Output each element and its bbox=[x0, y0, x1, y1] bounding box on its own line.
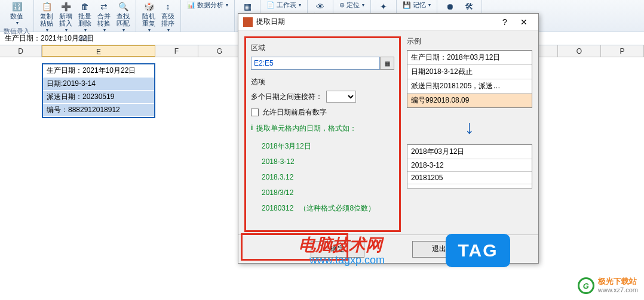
info-text: 提取单元格内的日期，格式如： bbox=[256, 123, 357, 134]
sheet-icon: 📄 bbox=[266, 1, 275, 9]
chevron-down-icon: ▾ bbox=[46, 27, 48, 33]
example-row: 派送日期20181205，派送… bbox=[407, 79, 532, 94]
example-row bbox=[407, 184, 532, 188]
cell-e3[interactable]: 日期:2019-3-14 bbox=[43, 78, 154, 91]
options-label: 选项 bbox=[251, 77, 394, 87]
format-note: （这种格式必须8位数） bbox=[299, 204, 375, 212]
sort-icon: ↕ bbox=[162, 1, 173, 12]
merge-convert-button[interactable]: ⇄合并转换▾ bbox=[95, 0, 113, 34]
chevron-down-icon: ▾ bbox=[362, 2, 364, 8]
formula-bar-text: 生产日期：2021年10月22日 bbox=[5, 33, 94, 44]
find-match-button[interactable]: 🔍查找匹配▾ bbox=[114, 0, 132, 34]
copy-paste-button[interactable]: 📋复制粘贴▾ bbox=[38, 0, 56, 34]
worksheet-button[interactable]: 📄工作表▾ bbox=[264, 0, 303, 10]
format-example: 20180312 bbox=[262, 204, 293, 212]
chevron-down-icon: ▾ bbox=[65, 27, 68, 33]
example-row: 20181205 bbox=[407, 172, 532, 184]
example-row: 日期2018-3-12截止 bbox=[407, 65, 532, 79]
view-icon: 👁 bbox=[315, 1, 326, 12]
format-example: 2018-3-12 bbox=[262, 154, 394, 169]
extract-date-dialog: 提取日期 ? ✕ 区域 ▦ 选项 多个日期之间连接符： 允许日期前后有数字 i … bbox=[238, 13, 539, 264]
data-analysis-button[interactable]: 📊数据分析▾ bbox=[185, 0, 231, 10]
chevron-down-icon: ▾ bbox=[428, 2, 431, 8]
col-header-g[interactable]: G bbox=[198, 45, 241, 57]
connector-select[interactable] bbox=[326, 91, 356, 103]
help-button[interactable]: ? bbox=[495, 17, 514, 27]
site-name: 极光下载站 bbox=[598, 277, 638, 286]
watermark-text: 电脑技术网 bbox=[299, 234, 382, 256]
arrow-down-icon: ↓ bbox=[407, 110, 532, 144]
example-row: 生产日期：2018年03月12日 bbox=[407, 51, 532, 65]
search-icon: 🔍 bbox=[118, 1, 128, 12]
copy-icon: 📋 bbox=[41, 1, 52, 12]
numeric-icon: 🔢 bbox=[11, 1, 22, 12]
insert-button[interactable]: ➕新增插入▾ bbox=[57, 0, 75, 34]
example-output-box: 2018年03月12日 2018-3-12 20181205 bbox=[407, 144, 532, 188]
split-icon: ▦ bbox=[242, 1, 253, 12]
site-badge: G 极光下载站 www.xz7.com bbox=[578, 277, 638, 294]
batch-delete-button[interactable]: 🗑批量删除▾ bbox=[76, 0, 94, 34]
chevron-down-icon: ▾ bbox=[167, 27, 170, 33]
format-example: 2018/3/12 bbox=[262, 185, 394, 200]
col-header-f[interactable]: F bbox=[155, 45, 198, 57]
merge-icon: ⇄ bbox=[99, 1, 109, 12]
ribbon-group-analysis: 📊数据分析▾ bbox=[181, 0, 235, 32]
dialog-app-icon bbox=[243, 17, 253, 27]
site-logo-icon: G bbox=[578, 277, 594, 294]
allow-digits-checkbox[interactable] bbox=[251, 109, 259, 116]
insert-icon: ➕ bbox=[60, 1, 71, 12]
chevron-down-icon: ▾ bbox=[103, 27, 106, 33]
example-row: 2018-3-12 bbox=[407, 159, 532, 172]
delete-icon: 🗑 bbox=[79, 1, 90, 12]
chevron-down-icon: ▾ bbox=[299, 2, 301, 8]
watermark-url: www.tagxp.com bbox=[309, 254, 385, 267]
close-button[interactable]: ✕ bbox=[514, 17, 533, 27]
col-header-e[interactable]: E bbox=[42, 45, 155, 57]
sort-button[interactable]: ↕高级排序▾ bbox=[159, 0, 177, 34]
dialog-right-panel: 示例 生产日期：2018年03月12日 日期2018-3-12截止 派送日期20… bbox=[407, 36, 532, 232]
format-example: 2018年3月12日 bbox=[262, 138, 394, 154]
region-label: 区域 bbox=[251, 43, 394, 53]
cell-e5[interactable]: 编号：8882912018912 bbox=[43, 104, 154, 117]
numeric-button[interactable]: 🔢 数值 ▾ bbox=[8, 0, 26, 27]
range-picker-button[interactable]: ▦ bbox=[380, 57, 394, 70]
chevron-down-icon: ▾ bbox=[122, 27, 125, 33]
format-example: 2018.3.12 bbox=[262, 169, 394, 185]
dice-icon: 🎲 bbox=[143, 1, 154, 12]
example-input-box: 生产日期：2018年03月12日 日期2018-3-12截止 派送日期20181… bbox=[407, 50, 532, 108]
col-header-p[interactable]: P bbox=[601, 45, 644, 57]
ribbon-group-data-entry: 🔢 数值 ▾ 数值录入 bbox=[0, 0, 34, 32]
info-icon: i bbox=[251, 123, 253, 134]
cell-e4[interactable]: 派送日期：20230519 bbox=[43, 91, 154, 104]
dialog-left-panel: 区域 ▦ 选项 多个日期之间连接符： 允许日期前后有数字 i 提取单元格内的日期… bbox=[244, 36, 401, 232]
spotlight-icon: ✦ bbox=[378, 1, 389, 12]
connector-label: 多个日期之间连接符： bbox=[251, 92, 323, 102]
chart-icon: 📊 bbox=[187, 1, 195, 9]
example-label: 示例 bbox=[407, 36, 532, 47]
ribbon-group-edit: 📋复制粘贴▾ ➕新增插入▾ 🗑批量删除▾ ⇄合并转换▾ 🔍查找匹配▾ 编辑 bbox=[34, 0, 136, 32]
memory-icon: 💾 bbox=[403, 1, 411, 9]
locate-icon: ⊕ bbox=[339, 1, 345, 9]
format-examples: 2018年3月12日 2018-3-12 2018.3.12 2018/3/12… bbox=[251, 138, 394, 216]
range-input[interactable] bbox=[251, 57, 380, 70]
chevron-down-icon: ▾ bbox=[226, 2, 228, 8]
tag-badge: TAG bbox=[446, 234, 510, 267]
example-row: 编号992018.08.09 bbox=[407, 94, 532, 107]
memory-button[interactable]: 💾记忆▾ bbox=[400, 0, 433, 10]
dialog-titlebar[interactable]: 提取日期 ? ✕ bbox=[238, 14, 538, 30]
record-icon: ⏺ bbox=[444, 1, 455, 12]
col-header-o[interactable]: O bbox=[558, 45, 601, 57]
random-button[interactable]: 🎲随机重复▾ bbox=[140, 0, 158, 34]
ribbon-group-misc: 🎲随机重复▾ ↕高级排序▾ bbox=[136, 0, 181, 32]
tools-icon: 🛠 bbox=[464, 1, 474, 12]
dialog-title-text: 提取日期 bbox=[256, 17, 285, 27]
site-url: www.xz7.com bbox=[598, 286, 638, 294]
col-header-d[interactable]: D bbox=[0, 45, 42, 57]
example-row: 2018年03月12日 bbox=[407, 145, 532, 159]
selected-range[interactable]: 生产日期：2021年10月22日 日期:2019-3-14 派送日期：20230… bbox=[42, 63, 155, 118]
cell-e2[interactable]: 生产日期：2021年10月22日 bbox=[43, 64, 154, 78]
chevron-down-icon: ▾ bbox=[148, 27, 151, 33]
locate-button[interactable]: ⊕定位▾ bbox=[337, 0, 367, 10]
allow-digits-label: 允许日期前后有数字 bbox=[262, 107, 327, 117]
chevron-down-icon: ▾ bbox=[84, 27, 87, 33]
